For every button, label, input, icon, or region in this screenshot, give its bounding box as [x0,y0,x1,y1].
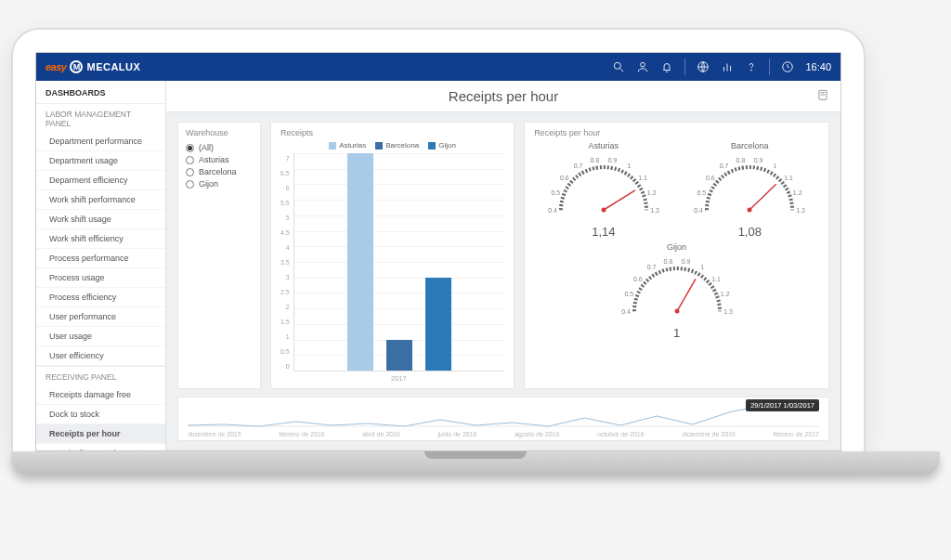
topbar-icons: 16:40 [612,59,831,75]
svg-text:1.1: 1.1 [638,175,647,181]
svg-text:0.9: 0.9 [754,157,763,163]
sidebar-item-dept-performance[interactable]: Department performance [36,132,165,151]
svg-text:1: 1 [774,163,777,169]
svg-text:1: 1 [700,264,704,270]
topbar: easy M MECALUX [36,53,840,81]
bar-gijon [425,278,451,371]
svg-text:0.8: 0.8 [736,157,746,163]
svg-text:0.5: 0.5 [697,189,707,196]
bar-chart-bars [293,153,504,371]
page-title-row: Receipts per hour [166,81,840,112]
svg-line-55 [749,184,776,210]
svg-text:0.6: 0.6 [560,175,569,181]
filter-option-barcelona[interactable]: Barcelona [186,167,253,176]
laptop-base [11,451,940,475]
sidebar-item-process-usage[interactable]: Process usage [36,268,165,288]
sidebar-item-shift-performance[interactable]: Work shift performance [36,190,165,210]
sidebar-group-receiving: RECEIVING PANEL [36,366,165,385]
svg-point-34 [601,208,606,213]
gauge-asturias: Asturias 0.40.50.60.70.80.911.11.21.3 1,… [534,141,672,239]
clock-time: 16:40 [805,61,831,72]
svg-line-1 [620,69,624,72]
sidebar-item-dept-usage[interactable]: Department usage [36,151,165,171]
bar-barcelona [386,340,412,371]
filter-option-all[interactable]: (All) [186,143,253,152]
svg-text:0.7: 0.7 [720,163,729,169]
globe-icon[interactable] [697,60,710,73]
svg-point-56 [748,208,752,213]
sidebar-item-user-performance[interactable]: User performance [36,307,165,327]
filter-option-gijon[interactable]: Gijon [186,179,253,189]
svg-text:1.3: 1.3 [723,308,733,315]
bar-chart-icon[interactable] [721,60,734,73]
svg-text:0.4: 0.4 [621,308,631,315]
svg-text:1.2: 1.2 [720,291,729,297]
svg-text:0.9: 0.9 [608,157,618,163]
sidebar-group-labor: LABOR MANAGEMENT PANEL [36,103,165,132]
filter-label: Warehouse [186,128,253,137]
sidebar-item-dock-to-stock[interactable]: Dock to stock [36,405,165,424]
svg-point-8 [751,70,752,71]
svg-point-2 [641,62,645,67]
bar-chart-legend: Asturias Barcelona Gijon [280,141,504,150]
svg-text:0.7: 0.7 [646,264,656,270]
svg-text:0.4: 0.4 [694,207,703,214]
gauges-title: Receipts per hour [534,128,819,137]
search-icon[interactable] [612,60,625,73]
sidebar-item-receipts-damage-free[interactable]: Receipts damage free [36,385,165,405]
svg-text:1.3: 1.3 [650,207,659,214]
sidebar-header: DASHBOARDS [36,81,165,103]
bar-chart-title: Receipts [280,128,504,137]
sidebar-item-user-efficiency[interactable]: User efficiency [36,346,165,366]
bar-chart-xlabel: 2017 [293,371,504,383]
sidebar-item-receipt-lines-per-hour[interactable]: Receipt lines per hour [36,444,165,450]
clock-icon[interactable] [781,60,794,73]
app-screen: easy M MECALUX [35,52,841,451]
bar-asturias [347,153,373,371]
bar-chart-yaxis: 76.565.554.543.532.521.510.50 [280,153,293,383]
gauges-panel: Receipts per hour Asturias 0.40.50.60.70… [524,122,829,389]
svg-text:1.1: 1.1 [711,276,721,282]
export-icon[interactable] [816,88,829,101]
gauge-gijon: Gijon 0.40.50.60.70.80.911.11.21.3 1 [609,242,744,340]
svg-text:1.2: 1.2 [647,189,657,196]
svg-point-78 [674,309,679,314]
sparkline-labels: diciembre de 2015febrero de 2016abril de… [188,431,819,437]
sidebar-item-process-performance[interactable]: Process performance [36,249,165,268]
svg-line-33 [604,190,635,210]
bell-icon[interactable] [660,60,673,73]
svg-text:1: 1 [627,163,631,169]
brand-text: MECALUX [86,61,140,72]
svg-text:0.6: 0.6 [706,175,715,181]
sidebar-item-dept-efficiency[interactable]: Deparment efficiency [36,171,165,190]
sidebar-item-receipts-per-hour[interactable]: Receipts per hour [36,424,165,444]
svg-text:0.8: 0.8 [590,157,599,163]
warehouse-filter-panel: Warehouse (All) Asturias Barcelona [177,122,261,389]
sidebar-item-user-usage[interactable]: User usage [36,327,165,346]
svg-point-0 [615,62,621,69]
svg-line-77 [677,279,696,311]
svg-text:1.2: 1.2 [793,189,802,196]
sidebar-item-process-efficiency[interactable]: Process efficiency [36,288,165,307]
svg-text:0.5: 0.5 [624,291,633,297]
brand-logo-icon: M [70,60,83,73]
receipts-bar-chart: Receipts Asturias Barcelona Gijon 76.565… [270,122,515,389]
sidebar: DASHBOARDS LABOR MANAGEMENT PANEL Depart… [36,81,166,450]
brand: easy M MECALUX [46,60,140,73]
svg-text:0.7: 0.7 [573,163,582,169]
svg-text:0.4: 0.4 [548,207,557,214]
sidebar-item-shift-usage[interactable]: Work shift usage [36,210,165,229]
sidebar-item-shift-efficiency[interactable]: Work shift efficiency [36,229,165,249]
gauge-barcelona: Barcelona 0.40.50.60.70.80.911.11.21.3 1… [681,141,819,239]
filter-option-asturias[interactable]: Asturias [186,155,253,164]
timeline-sparkline[interactable]: 29/1/2017 1/03/2017 diciembre de 2015feb… [177,397,829,441]
date-range-badge: 29/1/2017 1/03/2017 [746,399,819,411]
user-icon[interactable] [636,60,649,73]
svg-text:0.8: 0.8 [663,258,672,265]
page-title: Receipts per hour [449,88,558,104]
svg-text:0.6: 0.6 [633,276,643,282]
svg-text:0.9: 0.9 [681,258,690,265]
svg-text:1.1: 1.1 [785,175,794,181]
help-icon[interactable] [745,60,758,73]
brand-easy-text: easy [46,61,66,72]
